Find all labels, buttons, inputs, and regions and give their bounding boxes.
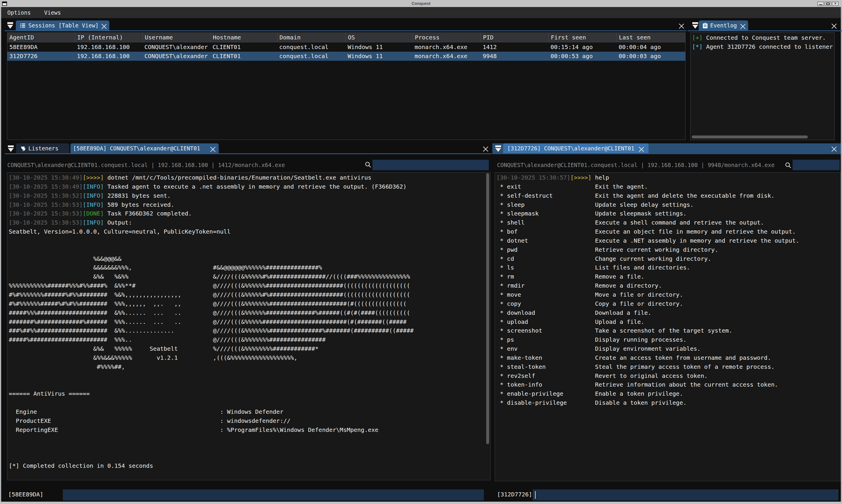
search-icon — [785, 162, 791, 168]
console-line: ###%##%%#################### &%%........… — [9, 326, 484, 335]
console-line: [*] Completed collection in 0.154 second… — [9, 461, 484, 470]
left-console-panel: Listeners [58EE89DA] CONQUEST\alexander@… — [0, 140, 492, 488]
console-line: ====== AntiVirus ====== — [9, 389, 484, 398]
right-console-status: CONQUEST\alexander@CLIENT01.conquest.loc… — [497, 162, 774, 168]
sessions-table-header: AgentIDIP (Internal)UsernameHostnameDoma… — [7, 33, 685, 42]
eventlog-panel: Eventlog [+] Connected to Conquest team … — [686, 18, 842, 140]
session-cell: monarch.x64.exe — [413, 43, 481, 52]
right-console[interactable]: [30-10-2025 15:30:57][>>>>] help * exit … — [495, 172, 841, 481]
console-line: * exit Exit the agent. — [496, 182, 835, 191]
eventlog-hscrollbar[interactable] — [692, 136, 808, 139]
window-frame-bottom — [0, 502, 842, 504]
right-console-panel-close-icon[interactable] — [831, 146, 837, 151]
eventlog-lines: [+] Connected to Conquest team server.[*… — [692, 33, 833, 139]
menu-options[interactable]: Options — [4, 7, 34, 18]
console-line: Engine : Windows Defender — [9, 407, 484, 416]
eventlog-box: [+] Connected to Conquest team server.[*… — [690, 32, 835, 140]
session-cell: CLIENT01 — [210, 43, 277, 52]
console-line: * bof Execute an object file in memory a… — [496, 227, 835, 236]
console-line: * screenshot Take a screenshot of the ta… — [496, 326, 835, 335]
console-line: * move Move a file or directory. — [496, 290, 835, 299]
console-line: [30-10-2025 15:30:53][INFO] Output: — [9, 218, 484, 227]
filter-icon[interactable] — [692, 22, 698, 29]
tab-listeners[interactable]: Listeners — [16, 143, 69, 153]
tab-agent-58ee89da-label: [58EE89DA] CONQUEST\alexander@CLIENT01 — [73, 143, 200, 153]
filter-icon[interactable] — [8, 145, 14, 152]
right-console-search-input[interactable] — [793, 160, 840, 170]
console-line: &&&&&&&%%%, #&&@@@@@@%%%%%%#############… — [9, 263, 484, 272]
console-line: * rm Remove a file. — [496, 272, 835, 281]
tab-sessions-label: Sessions [Table View] — [28, 20, 99, 30]
left-command-input[interactable] — [63, 489, 484, 501]
console-line: [30-10-2025 15:30:52][INFO] 228831 bytes… — [9, 191, 484, 200]
sessions-panel-close-icon[interactable] — [679, 23, 684, 28]
console-line: #######%#############%###### %%%...... .… — [9, 318, 484, 326]
maximize-button[interactable] — [825, 2, 831, 6]
console-line: #%%%%##, — [9, 362, 484, 372]
left-console-scrollbar[interactable] — [486, 173, 489, 444]
tab-eventlog-close-icon[interactable] — [740, 23, 745, 28]
tab-sessions[interactable]: Sessions [Table View] — [16, 20, 109, 30]
titlebar[interactable]: Conquest ✕ — [0, 0, 842, 7]
left-console-search-input[interactable] — [373, 160, 489, 170]
console-line: * upload Upload a file. — [496, 318, 835, 326]
console-line: * ps Display running processes. — [496, 335, 835, 344]
console-line: * pwd Retrieve current working directory… — [496, 245, 835, 254]
column-header-last-seen[interactable]: Last seen — [617, 33, 685, 42]
session-cell: monarch.x64.exe — [413, 52, 481, 61]
column-header-ip-internal-[interactable]: IP (Internal) — [75, 33, 142, 42]
left-prompt-label: [58EE89DA] — [8, 491, 43, 498]
console-line: * disable-privilege Disable a token priv… — [496, 398, 835, 407]
sessions-table[interactable]: AgentIDIP (Internal)UsernameHostnameDoma… — [7, 32, 686, 140]
eventlog-panel-close-icon[interactable] — [831, 23, 837, 28]
close-button[interactable]: ✕ — [832, 2, 839, 6]
console-line: Seatbelt, Version=1.0.0.0, Culture=neutr… — [9, 227, 484, 236]
tab-agent-312d7726[interactable]: [312D7726] CONQUEST\alexander@CLIENT01 — [503, 143, 649, 153]
column-header-hostname[interactable]: Hostname — [210, 33, 277, 42]
left-console[interactable]: [30-10-2025 15:30:49][>>>>] dotnet /mnt/… — [7, 172, 491, 480]
console-line: %&&@@@&& — [9, 254, 484, 264]
session-row-58ee89da[interactable]: 58EE89DA192.168.168.100CONQUEST\alexande… — [7, 43, 685, 52]
menu-views[interactable]: Views — [41, 7, 64, 18]
right-command-input[interactable] — [533, 489, 839, 501]
console-line: #%#%%%%%%#####%#%#%%######## %%%,,,,,, ,… — [9, 299, 484, 308]
console-line: [30-10-2025 15:30:53][DONE] Task F366D36… — [9, 209, 484, 218]
console-line: [*] Agent 312D7726 connected to listener — [692, 42, 833, 51]
column-header-domain[interactable]: Domain — [277, 33, 346, 42]
tab-agent-58ee89da-close-icon[interactable] — [210, 146, 215, 151]
tab-eventlog[interactable]: Eventlog — [699, 20, 748, 30]
console-line: ReportingEXE : %ProgramFiles%\Windows De… — [9, 426, 484, 434]
console-line — [9, 443, 484, 452]
session-cell: CONQUEST\alexander — [142, 43, 210, 52]
console-line: * dotnet Execute a .NET assembly in memo… — [496, 236, 835, 245]
session-cell: 00:00:53 ago — [548, 52, 617, 61]
right-prompt-label: [312D7726] — [497, 491, 532, 498]
console-line — [9, 236, 484, 245]
tab-agent-58ee89da[interactable]: [58EE89DA] CONQUEST\alexander@CLIENT01 — [70, 143, 219, 153]
column-header-os[interactable]: OS — [346, 33, 413, 42]
column-header-agentid[interactable]: AgentID — [7, 33, 75, 42]
column-header-username[interactable]: Username — [142, 33, 210, 42]
console-line: #####%###################### %%%.. @////… — [9, 335, 484, 344]
tab-sessions-close-icon[interactable] — [101, 23, 106, 28]
console-line: * copy Copy a file or directory. — [496, 299, 835, 308]
console-line — [9, 372, 484, 380]
session-cell: 00:00:04 ago — [617, 43, 685, 52]
column-header-process[interactable]: Process — [413, 33, 481, 42]
satellite-icon — [20, 146, 25, 151]
column-header-pid[interactable]: PID — [481, 33, 548, 42]
session-row-312d7726[interactable]: 312D7726192.168.168.100CONQUEST\alexande… — [7, 52, 685, 61]
tab-agent-312d7726-close-icon[interactable] — [639, 146, 644, 151]
filter-icon[interactable] — [7, 22, 13, 29]
session-cell: 9948 — [481, 52, 548, 61]
console-line: * download Download a file. — [496, 308, 835, 318]
left-console-panel-close-icon[interactable] — [483, 146, 488, 151]
session-cell: 312D7726 — [7, 52, 75, 61]
console-line: * self-destruct Exit the agent and delet… — [496, 191, 835, 200]
console-line: #%#%%%%%%%######%#%%######## %&%,,,,,,,,… — [9, 290, 484, 299]
console-line: * token-info Retrieve information about … — [496, 380, 835, 389]
session-cell: 00:15:14 ago — [548, 43, 617, 52]
filter-icon[interactable] — [495, 145, 501, 152]
column-header-first-seen[interactable]: First seen — [548, 33, 617, 42]
minimize-button[interactable] — [818, 2, 824, 6]
